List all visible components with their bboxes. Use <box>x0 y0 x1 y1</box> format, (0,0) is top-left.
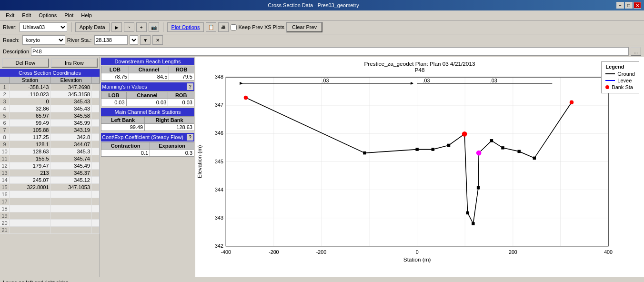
row-elevation: 345.49 <box>51 162 92 169</box>
x-label-400: 400 <box>604 249 613 255</box>
menu-options[interactable]: Options <box>35 11 60 19</box>
mn-lob[interactable]: 0.03 <box>101 99 127 106</box>
mannings-header: Manning's n Values ? <box>101 82 194 91</box>
table-row[interactable]: 15 322.8001 347.1053 <box>0 184 100 191</box>
keep-prev-checkbox[interactable] <box>231 24 237 30</box>
legend-ground-text: Ground <box>617 71 635 77</box>
table-row[interactable]: 12 179.47 345.49 <box>0 162 100 170</box>
dp-5 <box>447 144 450 147</box>
row-scroll <box>92 212 100 219</box>
table-row[interactable]: 7 105.88 343.19 <box>0 127 100 134</box>
camera-icon[interactable]: 📷 <box>149 22 159 32</box>
reach-label: Reach: <box>3 37 20 43</box>
row-scroll <box>92 155 100 162</box>
table-row[interactable]: 2 -110.023 345.3158 <box>0 91 100 98</box>
row-num: 4 <box>0 105 10 112</box>
legend-bank-sta-text: Bank Sta <box>612 84 633 90</box>
row-scroll <box>92 105 100 112</box>
menu-exit[interactable]: Exit <box>2 11 18 19</box>
description-btn[interactable]: ... <box>631 47 641 56</box>
plus-icon[interactable]: + <box>136 22 147 32</box>
wave-icon[interactable]: ~ <box>124 22 134 32</box>
table-row[interactable]: 17 <box>0 198 100 205</box>
row-num: 19 <box>0 212 10 219</box>
arrow-icon[interactable]: ▶ <box>111 22 122 32</box>
reach-select[interactable]: koryto <box>22 35 65 45</box>
row-station: 128.1 <box>10 141 51 148</box>
table-row[interactable]: 20 <box>0 220 100 227</box>
ce-expansion[interactable]: 0.3 <box>150 150 194 157</box>
table-row[interactable]: 19 <box>0 212 100 220</box>
mc-left[interactable]: 99.49 <box>101 124 145 131</box>
row-num: 12 <box>0 162 10 169</box>
mannings-help-btn[interactable]: ? <box>187 83 193 90</box>
menu-edit[interactable]: Edit <box>18 11 35 19</box>
ce-contraction[interactable]: 0.1 <box>101 150 150 157</box>
table-row[interactable]: 1 -358.143 347.2698 <box>0 84 100 91</box>
x-label-400n: -400 <box>221 249 231 255</box>
table-row[interactable]: 6 99.49 345.99 <box>0 120 100 127</box>
plot-options-button[interactable]: Plot Options <box>167 22 204 32</box>
x-axis-label: Station (m) <box>403 256 431 263</box>
xs-table-body[interactable]: 1 -358.143 347.2698 2 -110.023 345.3158 … <box>0 84 100 277</box>
contexp-help-btn[interactable]: ? <box>187 134 193 141</box>
keep-prev-label[interactable]: Keep Prev XS Plots <box>231 24 284 30</box>
legend-ground: Ground <box>605 71 635 77</box>
mn-channel[interactable]: 0.03 <box>126 99 168 106</box>
table-row[interactable]: 10 128.63 345.3 <box>0 148 100 155</box>
copy-icon[interactable]: 📋 <box>206 22 216 32</box>
menu-plot[interactable]: Plot <box>60 11 77 19</box>
table-row[interactable]: 5 65.97 345.58 <box>0 112 100 120</box>
legend-bank-sta: Bank Sta <box>605 84 635 90</box>
description-row: Description ... <box>0 46 644 57</box>
dr-rob[interactable]: 79.5 <box>169 73 194 81</box>
xs-table-header: Station Elevation <box>0 77 100 84</box>
table-row[interactable]: 21 <box>0 227 100 234</box>
table-row[interactable]: 3 0 345.43 <box>0 98 100 105</box>
row-scroll <box>92 205 100 212</box>
river-sta-select[interactable] <box>130 35 138 45</box>
table-row[interactable]: 18 <box>0 205 100 212</box>
table-row[interactable]: 9 128.1 344.07 <box>0 141 100 148</box>
dr-channel[interactable]: 84.5 <box>129 73 169 81</box>
x-label-n200: -200 <box>316 249 326 255</box>
down-arrow-icon[interactable]: ▼ <box>140 35 151 45</box>
maximize-button[interactable]: □ <box>625 2 633 9</box>
table-row[interactable]: 11 155.5 345.74 <box>0 155 100 162</box>
table-row[interactable]: 16 <box>0 191 100 198</box>
row-elevation: 342.8 <box>51 134 92 141</box>
status-top-text: Levee on left and right sides <box>3 280 69 282</box>
del-row-button[interactable]: Del Row <box>2 58 49 68</box>
dp-8 <box>472 222 474 225</box>
table-row[interactable]: 13 213 345.37 <box>0 170 100 177</box>
mc-col-left: Left Bank <box>101 117 145 124</box>
river-sta-input[interactable] <box>94 35 128 45</box>
apply-data-button[interactable]: Apply Data <box>75 22 110 32</box>
row-elevation: 345.99 <box>51 120 92 126</box>
row-num: 8 <box>0 134 10 141</box>
y-axis-label: Elevation (m) <box>196 145 203 179</box>
ground-line-icon <box>605 73 615 74</box>
close-button[interactable]: ✕ <box>634 2 641 9</box>
contexp-title: Cont\Exp Coefficient (Steady Flow) <box>102 134 183 140</box>
mannings-title: Manning's n Values <box>102 84 147 90</box>
mc-right[interactable]: 128.63 <box>145 124 194 131</box>
table-row[interactable]: 4 32.86 345.43 <box>0 105 100 112</box>
ins-row-button[interactable]: Ins Row <box>51 58 98 68</box>
mn-rob[interactable]: 0.03 <box>168 99 194 106</box>
river-select[interactable]: Uhlava03 <box>20 22 67 32</box>
row-scroll <box>92 191 100 198</box>
x-icon[interactable]: ✕ <box>152 35 163 45</box>
dr-lob[interactable]: 78.75 <box>101 73 129 81</box>
print-icon[interactable]: 🖶 <box>218 22 229 32</box>
clear-prev-button[interactable]: Clear Prev <box>286 22 322 32</box>
row-station <box>10 205 51 212</box>
table-row[interactable]: 8 117.25 342.8 <box>0 134 100 141</box>
title-bar: Cross Section Data - Pres03_geometry − □… <box>0 0 644 10</box>
menu-help[interactable]: Help <box>77 11 96 19</box>
minimize-button[interactable]: − <box>616 2 624 9</box>
status-bar-top: Levee on left and right sides <box>0 277 644 282</box>
y-label-345: 345 <box>215 159 223 164</box>
description-input[interactable] <box>31 47 629 56</box>
table-row[interactable]: 14 245.07 345.12 <box>0 177 100 184</box>
